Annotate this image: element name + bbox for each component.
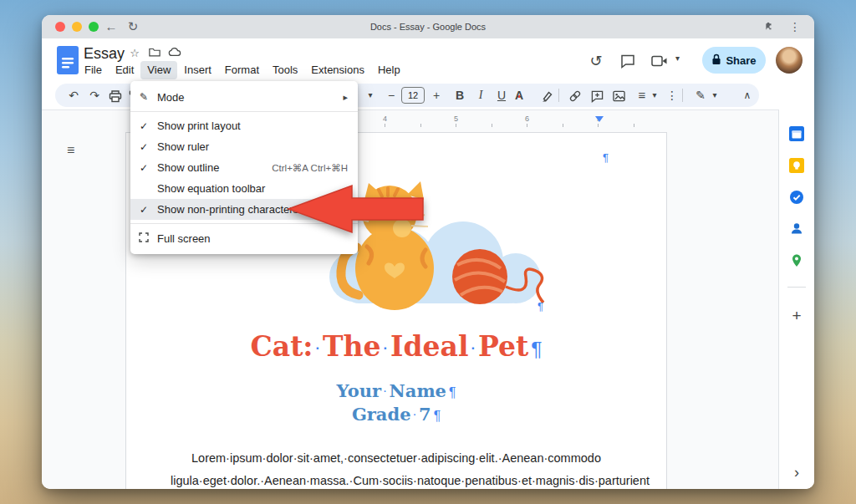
cloud-saved-icon[interactable] [167, 47, 182, 60]
add-comment-icon[interactable] [588, 84, 605, 107]
interpunct-mark: · [384, 340, 389, 355]
essay-heading: Cat:·The·Ideal·Pet¶ [126, 330, 666, 363]
redo-icon[interactable]: ↷ [86, 84, 103, 107]
google-keep-icon[interactable] [789, 158, 804, 173]
meet-dropdown-caret-icon[interactable]: ▾ [675, 53, 680, 63]
rail-divider [787, 287, 806, 288]
menu-item-show-outline[interactable]: ✓ Show outline Ctrl+⌘A Ctrl+⌘H [130, 157, 358, 178]
menu-tools[interactable]: Tools [266, 61, 304, 79]
right-indent-marker[interactable] [595, 116, 604, 122]
google-maps-icon[interactable] [789, 253, 804, 268]
italic-icon[interactable]: I [472, 84, 489, 107]
menu-file[interactable]: File [78, 61, 109, 79]
menu-extensions[interactable]: Extensions [304, 61, 371, 79]
menu-item-show-ruler[interactable]: ✓ Show ruler [130, 136, 358, 157]
font-size-field[interactable]: 12 [401, 87, 425, 104]
checkmark-icon: ✓ [130, 141, 157, 153]
menu-item-mode[interactable]: ✎ Mode ▸ [130, 86, 358, 108]
menu-insert[interactable]: Insert [177, 61, 218, 79]
interpunct-mark: · [316, 340, 321, 355]
move-to-folder-icon[interactable] [147, 47, 162, 60]
google-contacts-icon[interactable] [789, 221, 804, 237]
pilcrow-mark: ¶ [434, 409, 441, 423]
share-button-label: Share [726, 54, 756, 67]
browser-window: ← ↻ Docs - Essay - Google Docs ⋮ Essay ☆ [42, 15, 814, 489]
side-panel-rail: + › [778, 109, 814, 489]
bold-icon[interactable]: B [451, 84, 468, 107]
author-line: Your·Name¶ [126, 380, 666, 401]
text-color-icon[interactable]: A [515, 89, 523, 102]
version-history-icon[interactable]: ↺ [585, 50, 607, 72]
star-document-icon[interactable]: ☆ [127, 47, 142, 60]
pencil-icon: ✎ [130, 91, 157, 103]
toolbar-divider [682, 89, 683, 102]
ruler-number: 5 [420, 115, 492, 123]
undo-icon[interactable]: ↶ [65, 84, 82, 107]
ruler-number: 4 [349, 115, 420, 123]
interpunct-mark: · [384, 386, 387, 396]
menu-item-show-print-layout[interactable]: ✓ Show print layout [130, 115, 358, 136]
menu-format[interactable]: Format [218, 61, 266, 79]
more-options-icon[interactable]: ⋮ [664, 84, 680, 107]
comments-icon[interactable] [617, 50, 639, 72]
body-paragraph: Lorem·ipsum·dolor·sit·amet,·consectetuer… [171, 447, 622, 489]
decrease-font-size-icon[interactable]: − [383, 84, 400, 107]
lock-icon [711, 53, 721, 68]
increase-font-size-icon[interactable]: + [428, 84, 445, 107]
grade-line: Grade·7¶ [126, 404, 666, 425]
full-screen-icon [130, 232, 157, 245]
google-calendar-icon[interactable] [789, 126, 804, 141]
align-dropdown-caret-icon[interactable]: ▾ [646, 84, 663, 107]
share-button[interactable]: Share [702, 47, 766, 74]
docs-header: Essay ☆ File Edit View Insert Format Too… [42, 38, 814, 82]
underline-icon[interactable]: U [493, 84, 510, 107]
pilcrow-mark: ¶ [531, 338, 542, 360]
show-side-panel-chevron-icon[interactable]: › [779, 464, 814, 481]
interpunct-mark: · [414, 410, 417, 420]
menu-separator [130, 111, 358, 112]
editing-mode-caret-icon[interactable]: ▾ [706, 84, 723, 107]
pilcrow-mark: ¶ [449, 385, 456, 400]
pilcrow-mark: ¶ [603, 151, 609, 164]
browser-menu-icon[interactable]: ⋮ [786, 15, 804, 38]
google-tasks-icon[interactable] [789, 190, 804, 205]
insert-image-icon[interactable] [610, 84, 627, 107]
body-line-1: Lorem·ipsum·dolor·sit·amet,·consectetuer… [171, 447, 622, 470]
body-line-2: ligula·eget·dolor.·Aenean·massa.·Cum·soc… [171, 470, 622, 489]
menu-help[interactable]: Help [371, 61, 407, 79]
browser-tab-title: Docs - Essay - Google Docs [42, 15, 814, 38]
pilcrow-mark: ¶ [538, 300, 543, 313]
toolbar-divider [558, 89, 559, 102]
hide-menus-chevron-icon[interactable]: ∧ [739, 84, 756, 107]
red-annotation-arrow [287, 184, 425, 237]
show-outline-icon[interactable]: ≡ [67, 143, 74, 158]
ruler-number: 6 [492, 115, 563, 123]
shortcut-label: Ctrl+⌘A Ctrl+⌘H [272, 162, 348, 174]
meet-videocam-icon[interactable] [649, 50, 670, 72]
menu-view[interactable]: View [140, 61, 177, 79]
highlight-color-icon[interactable] [538, 84, 555, 107]
styles-dropdown-caret-icon[interactable]: ▾ [362, 84, 379, 107]
google-docs-logo-icon[interactable] [57, 46, 79, 78]
docs-menubar: File Edit View Insert Format Tools Exten… [78, 61, 407, 79]
checkmark-icon: ✓ [130, 204, 157, 216]
menu-edit[interactable]: Edit [109, 61, 140, 79]
window-titlebar: ← ↻ Docs - Essay - Google Docs ⋮ [42, 15, 814, 39]
checkmark-icon: ✓ [130, 120, 157, 132]
get-addons-icon[interactable]: + [779, 307, 814, 325]
print-icon[interactable] [107, 84, 124, 107]
extensions-puzzle-icon[interactable] [759, 15, 777, 38]
account-avatar[interactable] [776, 47, 802, 74]
submenu-arrow-icon: ▸ [343, 92, 348, 103]
insert-link-icon[interactable] [567, 84, 583, 107]
interpunct-mark: · [471, 340, 476, 355]
checkmark-icon: ✓ [130, 162, 157, 174]
